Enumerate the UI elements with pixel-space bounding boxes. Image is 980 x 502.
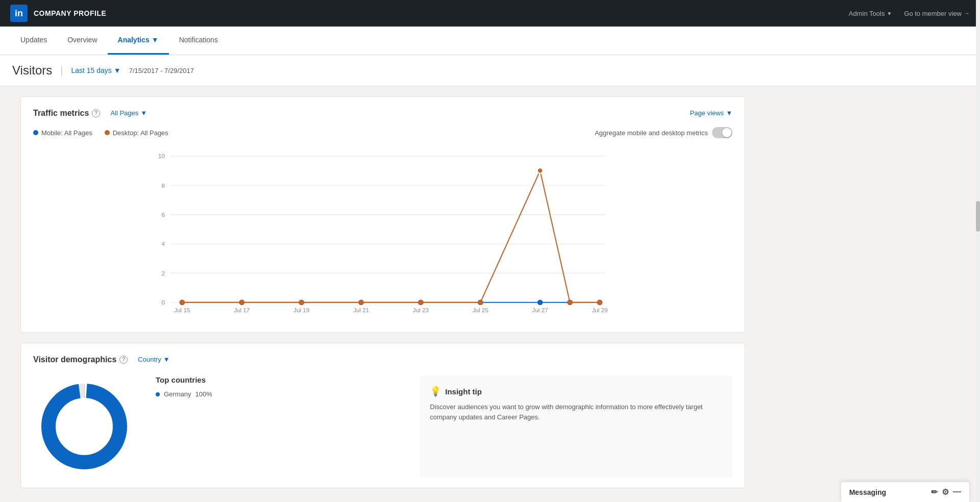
topbar: in COMPANY PROFILE Admin Tools ▼ Go to m… xyxy=(0,0,980,27)
top-countries-title: Top countries xyxy=(156,375,399,384)
country-percentage: 100% xyxy=(195,390,212,398)
svg-point-32 xyxy=(358,299,364,305)
svg-text:Jul 23: Jul 23 xyxy=(413,307,429,313)
svg-text:10: 10 xyxy=(158,153,165,159)
svg-point-31 xyxy=(299,299,304,305)
svg-text:Jul 21: Jul 21 xyxy=(353,307,369,313)
page-views-dropdown-icon: ▼ xyxy=(726,109,732,117)
page-views-button[interactable]: Page views ▼ xyxy=(690,109,732,117)
nav-item-updates[interactable]: Updates xyxy=(10,27,57,55)
visitors-title: Visitors xyxy=(12,63,52,78)
svg-point-26 xyxy=(537,299,543,305)
admin-tools-dropdown-icon: ▼ xyxy=(887,11,892,16)
visitors-divider: | xyxy=(60,65,63,77)
demographics-title: Visitor demographics ? xyxy=(33,355,128,364)
date-display: 7/15/2017 - 7/29/2017 xyxy=(129,67,194,74)
topbar-left: in COMPANY PROFILE xyxy=(10,5,106,22)
insight-title: Insight tip xyxy=(445,387,482,396)
chart-legend: Mobile: All Pages Desktop: All Pages Agg… xyxy=(33,127,732,138)
country-filter-button[interactable]: Country ▼ xyxy=(134,354,174,365)
svg-point-33 xyxy=(418,299,424,305)
nav-item-overview[interactable]: Overview xyxy=(57,27,107,55)
country-name: Germany xyxy=(164,390,191,398)
svg-text:6: 6 xyxy=(161,211,165,218)
mobile-legend-item: Mobile: All Pages xyxy=(33,129,92,137)
bulb-icon: 💡 xyxy=(430,386,441,397)
messaging-icons: ✏ ⚙ — xyxy=(931,487,961,497)
svg-point-39 xyxy=(48,391,120,462)
svg-point-36 xyxy=(567,299,573,305)
aggregate-toggle[interactable] xyxy=(712,127,732,138)
compose-message-icon[interactable]: ✏ xyxy=(931,487,938,497)
analytics-dropdown-icon: ▼ xyxy=(152,36,159,44)
member-view-arrow-icon: → xyxy=(964,10,970,17)
svg-text:8: 8 xyxy=(161,182,165,189)
chart-svg: 10 8 6 4 2 0 Jul 15 Jul 17 Jul 19 Jul 21 xyxy=(33,148,732,322)
scrollbar-thumb[interactable] xyxy=(976,201,980,232)
svg-text:4: 4 xyxy=(161,240,165,247)
scrollbar[interactable] xyxy=(976,0,980,498)
svg-point-37 xyxy=(597,299,603,305)
country-dropdown-icon: ▼ xyxy=(163,356,170,363)
linkedin-logo: in xyxy=(10,5,28,22)
country-row: Germany 100% xyxy=(156,390,399,398)
svg-text:Jul 17: Jul 17 xyxy=(234,307,250,313)
traffic-metrics-title: Traffic metrics ? xyxy=(33,109,100,118)
card-header: Traffic metrics ? All Pages ▼ Page views… xyxy=(33,107,732,119)
svg-text:0: 0 xyxy=(161,299,165,306)
nav-item-analytics[interactable]: Analytics ▼ xyxy=(108,27,169,55)
visitors-section: Visitors | Last 15 days ▼ 7/15/2017 - 7/… xyxy=(0,55,980,86)
svg-text:2: 2 xyxy=(161,270,165,277)
demographics-info-icon[interactable]: ? xyxy=(119,356,128,364)
countries-section: Top countries Germany 100% xyxy=(156,375,399,478)
svg-text:Jul 19: Jul 19 xyxy=(293,307,309,313)
card-header-left: Traffic metrics ? All Pages ▼ xyxy=(33,107,151,119)
svg-text:Jul 15: Jul 15 xyxy=(174,307,190,313)
svg-text:Jul 25: Jul 25 xyxy=(473,307,488,313)
traffic-metrics-card: Traffic metrics ? All Pages ▼ Page views… xyxy=(20,96,745,333)
subnav: Updates Overview Analytics ▼ Notificatio… xyxy=(0,27,980,55)
svg-text:Jul 29: Jul 29 xyxy=(592,307,607,313)
demographics-content: Top countries Germany 100% 💡 Insight tip… xyxy=(33,375,732,478)
close-message-icon[interactable]: — xyxy=(953,487,961,497)
date-range-dropdown-icon: ▼ xyxy=(114,66,121,74)
filter-dropdown-icon: ▼ xyxy=(140,109,147,117)
donut-chart xyxy=(33,375,135,478)
topbar-right: Admin Tools ▼ Go to member view → xyxy=(849,10,970,17)
demographics-card: Visitor demographics ? Country ▼ xyxy=(20,343,745,488)
page-content: Traffic metrics ? All Pages ▼ Page views… xyxy=(0,86,766,498)
desktop-legend-item: Desktop: All Pages xyxy=(105,129,168,137)
aggregate-toggle-container: Aggregate mobile and desktop metrics xyxy=(595,127,732,138)
svg-text:Jul 27: Jul 27 xyxy=(532,307,548,313)
member-view-button[interactable]: Go to member view → xyxy=(904,10,970,17)
all-pages-filter-button[interactable]: All Pages ▼ xyxy=(106,107,151,119)
desktop-legend-dot xyxy=(105,130,110,135)
messaging-bar[interactable]: Messaging ✏ ⚙ — xyxy=(841,482,970,498)
svg-point-35 xyxy=(537,168,543,173)
nav-item-notifications[interactable]: Notifications xyxy=(169,27,228,55)
traffic-metrics-info-icon[interactable]: ? xyxy=(92,109,100,117)
date-range-button[interactable]: Last 15 days ▼ xyxy=(71,66,120,74)
demographics-header: Visitor demographics ? Country ▼ xyxy=(33,354,732,365)
svg-point-30 xyxy=(239,299,244,305)
traffic-chart: 10 8 6 4 2 0 Jul 15 Jul 17 Jul 19 Jul 21 xyxy=(33,148,732,322)
settings-message-icon[interactable]: ⚙ xyxy=(942,487,949,497)
svg-point-34 xyxy=(478,299,483,305)
admin-tools-button[interactable]: Admin Tools ▼ xyxy=(849,10,892,17)
messaging-label: Messaging xyxy=(849,488,886,496)
mobile-legend-dot xyxy=(33,130,38,135)
svg-point-29 xyxy=(180,299,185,305)
company-name: COMPANY PROFILE xyxy=(34,9,106,17)
toggle-knob xyxy=(722,128,731,137)
insight-header: 💡 Insight tip xyxy=(430,386,722,397)
insight-section: 💡 Insight tip Discover audiences you wan… xyxy=(420,375,732,478)
country-dot xyxy=(156,392,160,396)
insight-text: Discover audiences you want to grow with… xyxy=(430,402,722,422)
legend-left: Mobile: All Pages Desktop: All Pages xyxy=(33,129,168,137)
